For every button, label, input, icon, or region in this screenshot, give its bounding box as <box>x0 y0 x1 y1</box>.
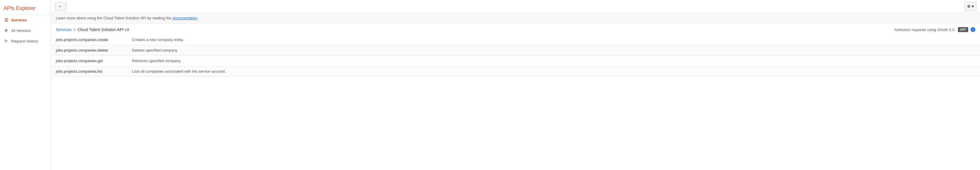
info-banner: Learn more about using the Cloud Talent … <box>51 13 980 24</box>
sidebar-item-request-history-label: Request History <box>11 39 38 43</box>
methods-tbody: jobs.projects.companies.createCreates a … <box>51 35 980 77</box>
breadcrumb-current: Cloud Talent Solution API v3 <box>78 27 129 32</box>
main-content: ← ⚙ ▾ Learn more about using the Cloud T… <box>51 0 980 170</box>
sidebar-item-request-history[interactable]: ↻ Request History <box>0 36 51 46</box>
oauth-toggle[interactable]: OFF <box>958 27 968 32</box>
app-title: APIs Explorer <box>0 2 51 14</box>
sidebar-item-all-versions-label: All Versions <box>11 29 31 33</box>
method-name: jobs.projects.companies.delete <box>51 45 127 56</box>
sidebar-item-all-versions[interactable]: ✜ All Versions <box>0 25 51 36</box>
breadcrumb-separator: > <box>73 27 76 32</box>
sidebar: APIs Explorer ☰ Services ✜ All Versions … <box>0 0 51 170</box>
settings-button[interactable]: ⚙ ▾ <box>964 2 977 11</box>
method-name: jobs.projects.companies.get <box>51 56 127 66</box>
method-description: Creates a new company entity. <box>127 35 980 45</box>
method-description: Deletes specified company. <box>127 45 980 56</box>
sidebar-item-services-label: Services <box>11 18 27 22</box>
oauth-section: Authorize requests using OAuth 2.0: OFF … <box>894 27 975 32</box>
back-button[interactable]: ← <box>55 2 66 11</box>
table-row[interactable]: jobs.projects.companies.deleteDeletes sp… <box>51 45 980 56</box>
all-versions-icon: ✜ <box>3 28 9 33</box>
methods-table: jobs.projects.companies.createCreates a … <box>51 35 980 77</box>
documentation-link[interactable]: documentation <box>172 16 197 20</box>
table-row[interactable]: jobs.projects.companies.getRetrieves spe… <box>51 56 980 66</box>
oauth-toggle-off-label: OFF <box>958 27 968 32</box>
breadcrumb-row: Services > Cloud Talent Solution API v3 … <box>51 24 980 35</box>
table-row[interactable]: jobs.projects.companies.createCreates a … <box>51 35 980 45</box>
table-row[interactable]: jobs.projects.companies.listLists all co… <box>51 66 980 77</box>
content-area: Services > Cloud Talent Solution API v3 … <box>51 24 980 170</box>
method-description: Lists all companies associated with the … <box>127 66 980 77</box>
topbar: ← ⚙ ▾ <box>51 0 980 13</box>
settings-dropdown-icon: ▾ <box>972 4 974 8</box>
topbar-left: ← <box>55 2 66 11</box>
services-icon: ☰ <box>3 18 9 22</box>
breadcrumb: Services > Cloud Talent Solution API v3 <box>56 27 129 32</box>
history-icon: ↻ <box>3 39 9 43</box>
method-name: jobs.projects.companies.list <box>51 66 127 77</box>
oauth-label: Authorize requests using OAuth 2.0: <box>894 27 955 32</box>
info-icon[interactable]: i <box>970 27 975 32</box>
info-text-after: . <box>197 16 199 20</box>
method-description: Retrieves specified company. <box>127 56 980 66</box>
gear-icon: ⚙ <box>967 4 970 8</box>
method-name: jobs.projects.companies.create <box>51 35 127 45</box>
info-text-before: Learn more about using the Cloud Talent … <box>56 16 172 20</box>
breadcrumb-services-link[interactable]: Services <box>56 27 72 32</box>
sidebar-item-services[interactable]: ☰ Services <box>0 14 51 25</box>
